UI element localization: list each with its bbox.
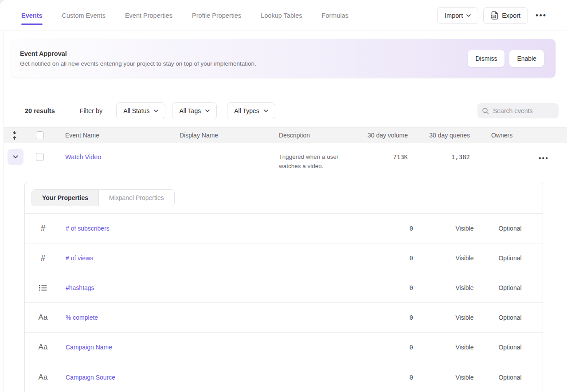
more-options-icon[interactable]: ••• <box>533 10 549 21</box>
import-label: Import <box>445 12 463 19</box>
tab-event-properties[interactable]: Event Properties <box>125 0 172 31</box>
row-checkbox-wrap <box>36 149 44 165</box>
status-filter-value: All Status <box>123 107 149 114</box>
search-icon <box>482 107 489 114</box>
property-visibility: Visible <box>447 214 482 243</box>
property-count: 0 <box>410 214 413 243</box>
column-event-name: Event Name <box>65 128 99 143</box>
filter-toolbar: 20 results Filter by All Status All Tags… <box>0 101 567 121</box>
content-left-border <box>4 31 4 392</box>
top-navigation: Events Custom Events Event Properties Pr… <box>0 0 567 31</box>
chevron-down-icon <box>154 110 158 112</box>
property-requirement: Optional <box>491 333 529 362</box>
column-30-day-queries: 30 day queries <box>399 128 470 143</box>
export-button[interactable]: csv Export <box>483 7 528 24</box>
property-requirement: Optional <box>491 362 529 392</box>
event-name-cell: Watch Video <box>65 149 101 165</box>
property-visibility: Visible <box>447 362 482 392</box>
dismiss-button[interactable]: Dismiss <box>468 50 504 67</box>
property-name-link[interactable]: Campaign Name <box>66 333 112 362</box>
import-button[interactable]: Import <box>437 7 478 24</box>
svg-text:csv: csv <box>492 16 496 18</box>
text-type-icon: Aa <box>36 333 50 362</box>
number-type-icon: # <box>36 243 50 273</box>
enable-button[interactable]: Enable <box>509 50 544 67</box>
results-count: 20 results <box>25 107 55 114</box>
chevron-down-icon <box>205 110 210 112</box>
column-30-day-volume: 30 day volume <box>337 128 408 143</box>
property-count: 0 <box>410 303 413 332</box>
filter-by-label: Filter by <box>80 107 103 114</box>
tab-formulas[interactable]: Formulas <box>322 0 348 31</box>
divider <box>65 103 65 119</box>
tab-profile-properties[interactable]: Profile Properties <box>192 0 241 31</box>
tab-lookup-tables[interactable]: Lookup Tables <box>261 0 302 31</box>
banner-description: Get notified on all new events entering … <box>20 60 256 67</box>
lexicon-page: Events Custom Events Event Properties Pr… <box>0 0 567 392</box>
volume-cell: 713K <box>337 149 408 165</box>
event-row-watch-video[interactable]: Watch Video Triggered when a user watche… <box>4 143 567 178</box>
properties-tab-group: Your Properties Mixpanel Properties <box>31 189 175 206</box>
property-name-link[interactable]: Campaign Source <box>66 362 115 392</box>
text-type-icon: Aa <box>36 303 50 332</box>
property-visibility: Visible <box>447 273 482 302</box>
property-requirement: Optional <box>491 303 529 332</box>
collapse-row-chevron-icon[interactable] <box>8 149 23 165</box>
property-name-link[interactable]: # of subscribers <box>66 214 109 243</box>
number-type-icon: # <box>36 214 50 243</box>
column-display-name: Display Name <box>180 128 218 143</box>
nav-actions: Import csv Export ••• <box>437 7 549 24</box>
row-more-options-icon[interactable]: ••• <box>536 153 551 164</box>
nav-tab-list: Events Custom Events Event Properties Pr… <box>21 0 348 31</box>
collapse-all-icon[interactable] <box>12 128 18 143</box>
banner-title: Event Approval <box>20 50 256 57</box>
row-checkbox[interactable] <box>36 153 44 161</box>
property-row[interactable]: #hashtags 0 Visible Optional <box>25 273 543 303</box>
search-events-box[interactable] <box>477 103 559 118</box>
tab-mixpanel-properties[interactable]: Mixpanel Properties <box>99 190 174 206</box>
select-all-checkbox[interactable] <box>36 131 44 139</box>
tab-custom-events[interactable]: Custom Events <box>62 0 106 31</box>
properties-panel-header: Your Properties Mixpanel Properties <box>25 182 543 214</box>
property-requirement: Optional <box>491 214 529 243</box>
event-name-link[interactable]: Watch Video <box>65 153 101 161</box>
column-owners: Owners <box>491 128 512 143</box>
tab-your-properties[interactable]: Your Properties <box>32 190 99 206</box>
property-count: 0 <box>410 243 413 273</box>
tags-filter-value: All Tags <box>179 107 201 114</box>
property-requirement: Optional <box>491 273 529 302</box>
search-events-input[interactable] <box>493 107 554 114</box>
property-visibility: Visible <box>447 303 482 332</box>
chevron-down-icon <box>466 14 471 17</box>
banner-text: Event Approval Get notified on all new e… <box>20 50 256 67</box>
column-description: Description <box>279 128 310 143</box>
event-approval-banner: Event Approval Get notified on all new e… <box>11 39 555 78</box>
event-properties-panel: Your Properties Mixpanel Properties # # … <box>24 182 543 392</box>
types-filter-value: All Types <box>234 107 259 114</box>
banner-actions: Dismiss Enable <box>468 50 544 67</box>
export-label: Export <box>502 12 520 19</box>
chevron-down-icon <box>264 110 268 112</box>
property-count: 0 <box>410 362 413 392</box>
property-visibility: Visible <box>447 333 482 362</box>
types-filter-dropdown[interactable]: All Types <box>227 102 275 119</box>
property-name-link[interactable]: #hashtags <box>66 273 94 302</box>
list-type-icon <box>36 273 50 302</box>
events-table-header: Event Name Display Name Description 30 d… <box>4 127 567 143</box>
tags-filter-dropdown[interactable]: All Tags <box>172 102 217 119</box>
status-filter-dropdown[interactable]: All Status <box>116 102 165 119</box>
property-name-link[interactable]: # of views <box>66 243 93 273</box>
tab-events[interactable]: Events <box>21 0 43 31</box>
property-row[interactable]: # # of views 0 Visible Optional <box>25 243 543 273</box>
property-row[interactable]: Aa Campaign Name 0 Visible Optional <box>25 333 543 362</box>
text-type-icon: Aa <box>36 362 50 392</box>
property-visibility: Visible <box>447 243 482 273</box>
property-requirement: Optional <box>491 243 529 273</box>
select-all-checkbox-wrap <box>36 128 44 143</box>
property-row[interactable]: Aa % complete 0 Visible Optional <box>25 303 543 333</box>
property-count: 0 <box>410 273 413 302</box>
property-name-link[interactable]: % complete <box>66 303 98 332</box>
property-row[interactable]: # # of subscribers 0 Visible Optional <box>25 214 543 243</box>
csv-file-icon: csv <box>491 11 498 20</box>
property-row[interactable]: Aa Campaign Source 0 Visible Optional <box>25 362 543 392</box>
